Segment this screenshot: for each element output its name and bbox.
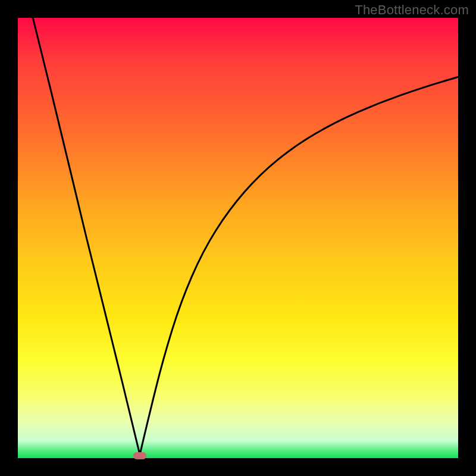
watermark-text: TheBottleneck.com	[355, 2, 469, 18]
curve-svg	[18, 18, 458, 458]
chart-frame: TheBottleneck.com	[0, 0, 476, 476]
min-marker	[133, 452, 146, 459]
left-branch-path	[33, 18, 140, 455]
plot-area	[18, 18, 458, 458]
right-branch-path	[140, 77, 458, 455]
